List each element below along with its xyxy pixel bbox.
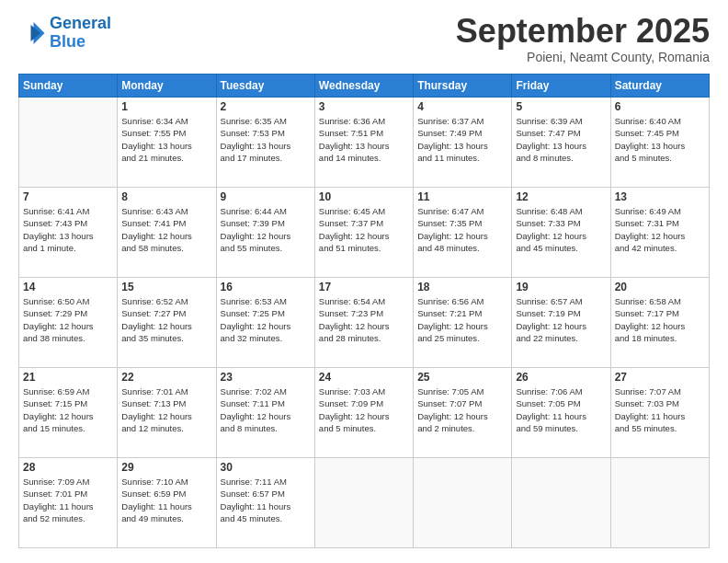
calendar-week-row: 21Sunrise: 6:59 AMSunset: 7:15 PMDayligh…: [19, 368, 710, 458]
day-number: 24: [319, 371, 409, 384]
day-number: 20: [615, 281, 705, 293]
calendar-cell: 22Sunrise: 7:01 AMSunset: 7:13 PMDayligh…: [118, 368, 216, 458]
calendar-cell: 2Sunrise: 6:35 AMSunset: 7:53 PMDaylight…: [216, 98, 314, 188]
calendar-cell: 30Sunrise: 7:11 AMSunset: 6:57 PMDayligh…: [216, 458, 314, 548]
day-number: 15: [121, 281, 211, 293]
calendar-table: Sunday Monday Tuesday Wednesday Thursday…: [18, 74, 710, 548]
day-number: 16: [221, 281, 311, 293]
logo: General Blue: [18, 15, 111, 52]
day-info: Sunrise: 6:58 AMSunset: 7:17 PMDaylight:…: [615, 295, 705, 344]
day-info: Sunrise: 7:10 AMSunset: 6:59 PMDaylight:…: [121, 476, 211, 524]
title-block: September 2025 Poieni, Neamt County, Rom…: [456, 15, 710, 64]
day-number: 11: [417, 190, 507, 203]
col-monday: Monday: [118, 75, 216, 98]
day-number: 4: [417, 100, 507, 113]
calendar-cell: [19, 98, 118, 188]
day-number: 29: [121, 461, 211, 474]
day-number: 6: [615, 100, 705, 113]
calendar-cell: 20Sunrise: 6:58 AMSunset: 7:17 PMDayligh…: [610, 278, 709, 368]
col-sunday: Sunday: [19, 75, 118, 98]
day-info: Sunrise: 6:47 AMSunset: 7:35 PMDaylight:…: [417, 205, 507, 254]
day-info: Sunrise: 6:40 AMSunset: 7:45 PMDaylight:…: [615, 115, 705, 164]
day-number: 8: [121, 190, 211, 203]
calendar-cell: 12Sunrise: 6:48 AMSunset: 7:33 PMDayligh…: [512, 188, 610, 278]
day-number: 22: [121, 371, 211, 384]
calendar-cell: [610, 458, 709, 548]
day-info: Sunrise: 6:56 AMSunset: 7:21 PMDaylight:…: [417, 295, 507, 344]
calendar-cell: 1Sunrise: 6:34 AMSunset: 7:55 PMDaylight…: [118, 98, 216, 188]
col-tuesday: Tuesday: [216, 75, 314, 98]
day-number: 2: [221, 100, 311, 113]
day-info: Sunrise: 6:48 AMSunset: 7:33 PMDaylight:…: [516, 205, 606, 254]
day-number: 23: [221, 371, 311, 384]
logo-line1: General: [50, 14, 111, 32]
calendar-cell: 17Sunrise: 6:54 AMSunset: 7:23 PMDayligh…: [314, 278, 413, 368]
calendar-cell: 15Sunrise: 6:52 AMSunset: 7:27 PMDayligh…: [118, 278, 216, 368]
day-info: Sunrise: 6:57 AMSunset: 7:19 PMDaylight:…: [516, 295, 606, 344]
day-number: 13: [615, 190, 705, 203]
day-number: 5: [516, 100, 606, 113]
day-number: 19: [516, 281, 606, 293]
logo-text: General Blue: [50, 15, 111, 52]
day-info: Sunrise: 6:52 AMSunset: 7:27 PMDaylight:…: [121, 295, 211, 344]
day-info: Sunrise: 6:41 AMSunset: 7:43 PMDaylight:…: [23, 205, 113, 254]
day-info: Sunrise: 7:01 AMSunset: 7:13 PMDaylight:…: [121, 385, 211, 434]
calendar-cell: 10Sunrise: 6:45 AMSunset: 7:37 PMDayligh…: [314, 188, 413, 278]
calendar-cell: 19Sunrise: 6:57 AMSunset: 7:19 PMDayligh…: [512, 278, 610, 368]
day-info: Sunrise: 6:54 AMSunset: 7:23 PMDaylight:…: [319, 295, 409, 344]
header: General Blue September 2025 Poieni, Neam…: [18, 15, 710, 64]
calendar-cell: 9Sunrise: 6:44 AMSunset: 7:39 PMDaylight…: [216, 188, 314, 278]
day-number: 1: [121, 100, 211, 113]
day-number: 7: [23, 190, 113, 203]
calendar-week-row: 28Sunrise: 7:09 AMSunset: 7:01 PMDayligh…: [19, 458, 710, 548]
day-number: 30: [221, 461, 311, 474]
day-number: 18: [417, 281, 507, 293]
day-number: 21: [23, 371, 113, 384]
calendar-cell: 18Sunrise: 6:56 AMSunset: 7:21 PMDayligh…: [414, 278, 512, 368]
day-info: Sunrise: 6:37 AMSunset: 7:49 PMDaylight:…: [417, 115, 507, 164]
calendar-cell: [314, 458, 413, 548]
calendar-cell: [512, 458, 610, 548]
calendar-cell: 27Sunrise: 7:07 AMSunset: 7:03 PMDayligh…: [610, 368, 709, 458]
calendar-cell: 21Sunrise: 6:59 AMSunset: 7:15 PMDayligh…: [19, 368, 118, 458]
day-info: Sunrise: 6:59 AMSunset: 7:15 PMDaylight:…: [23, 385, 113, 434]
page: General Blue September 2025 Poieni, Neam…: [0, 0, 728, 563]
day-info: Sunrise: 6:34 AMSunset: 7:55 PMDaylight:…: [121, 115, 211, 164]
day-info: Sunrise: 7:02 AMSunset: 7:11 PMDaylight:…: [221, 385, 311, 434]
day-info: Sunrise: 6:53 AMSunset: 7:25 PMDaylight:…: [221, 295, 311, 344]
calendar-cell: 11Sunrise: 6:47 AMSunset: 7:35 PMDayligh…: [414, 188, 512, 278]
day-number: 17: [319, 281, 409, 293]
day-number: 28: [23, 461, 113, 474]
day-info: Sunrise: 7:07 AMSunset: 7:03 PMDaylight:…: [615, 385, 705, 434]
day-info: Sunrise: 6:49 AMSunset: 7:31 PMDaylight:…: [615, 205, 705, 254]
day-number: 25: [417, 371, 507, 384]
day-info: Sunrise: 6:50 AMSunset: 7:29 PMDaylight:…: [23, 295, 113, 344]
month-title: September 2025: [456, 15, 710, 48]
calendar-cell: 23Sunrise: 7:02 AMSunset: 7:11 PMDayligh…: [216, 368, 314, 458]
day-info: Sunrise: 6:35 AMSunset: 7:53 PMDaylight:…: [221, 115, 311, 164]
day-info: Sunrise: 7:05 AMSunset: 7:07 PMDaylight:…: [417, 385, 507, 434]
calendar-cell: 16Sunrise: 6:53 AMSunset: 7:25 PMDayligh…: [216, 278, 314, 368]
calendar-cell: 3Sunrise: 6:36 AMSunset: 7:51 PMDaylight…: [314, 98, 413, 188]
day-info: Sunrise: 6:43 AMSunset: 7:41 PMDaylight:…: [121, 205, 211, 254]
day-info: Sunrise: 7:06 AMSunset: 7:05 PMDaylight:…: [516, 385, 606, 434]
calendar-cell: 8Sunrise: 6:43 AMSunset: 7:41 PMDaylight…: [118, 188, 216, 278]
calendar-header-row: Sunday Monday Tuesday Wednesday Thursday…: [19, 75, 710, 98]
day-info: Sunrise: 7:03 AMSunset: 7:09 PMDaylight:…: [319, 385, 409, 434]
col-wednesday: Wednesday: [314, 75, 413, 98]
calendar-cell: 14Sunrise: 6:50 AMSunset: 7:29 PMDayligh…: [19, 278, 118, 368]
calendar-cell: 6Sunrise: 6:40 AMSunset: 7:45 PMDaylight…: [610, 98, 709, 188]
day-number: 26: [516, 371, 606, 384]
day-number: 12: [516, 190, 606, 203]
day-number: 14: [23, 281, 113, 293]
day-info: Sunrise: 7:09 AMSunset: 7:01 PMDaylight:…: [23, 476, 113, 524]
day-number: 3: [319, 100, 409, 113]
calendar-cell: 4Sunrise: 6:37 AMSunset: 7:49 PMDaylight…: [414, 98, 512, 188]
day-number: 10: [319, 190, 409, 203]
day-info: Sunrise: 7:11 AMSunset: 6:57 PMDaylight:…: [221, 476, 311, 524]
day-info: Sunrise: 6:45 AMSunset: 7:37 PMDaylight:…: [319, 205, 409, 254]
calendar-cell: 26Sunrise: 7:06 AMSunset: 7:05 PMDayligh…: [512, 368, 610, 458]
location-subtitle: Poieni, Neamt County, Romania: [456, 50, 710, 64]
logo-icon: [18, 19, 46, 47]
calendar-cell: 29Sunrise: 7:10 AMSunset: 6:59 PMDayligh…: [118, 458, 216, 548]
